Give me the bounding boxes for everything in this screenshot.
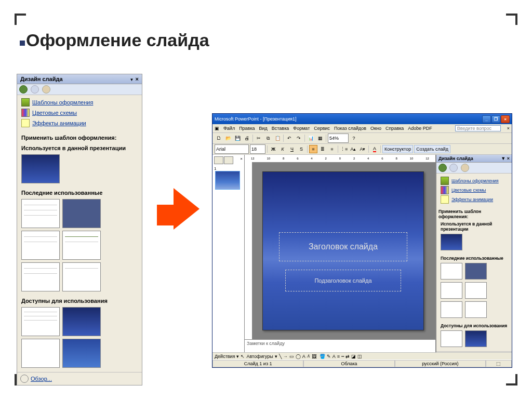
oval-icon[interactable]: ◯ [296, 354, 301, 359]
shadow-icon[interactable]: S [297, 145, 305, 153]
title-placeholder[interactable]: Заголовок слайда [279, 232, 407, 262]
template-thumb[interactable] [62, 307, 101, 336]
menu-adobe[interactable]: Adobe PDF [408, 126, 432, 131]
minimize-button[interactable]: _ [482, 115, 491, 123]
template-thumb[interactable] [441, 330, 462, 347]
line-style-icon[interactable]: ≡ [337, 354, 340, 359]
arrow-icon[interactable]: → [283, 354, 288, 359]
template-thumb[interactable] [441, 263, 462, 280]
zoom-combo[interactable] [328, 134, 349, 143]
right-taskpane-header[interactable]: Дизайн слайда ▼ × [436, 155, 512, 163]
menu-edit[interactable]: Правка [239, 126, 255, 131]
chart-icon[interactable]: 📊 [307, 134, 315, 142]
link-color-schemes[interactable]: Цветовые схемы [21, 109, 138, 117]
template-thumb-current[interactable] [21, 154, 60, 183]
autoshapes-menu[interactable]: Автофигуры [246, 354, 273, 359]
menu-service[interactable]: Сервис [314, 126, 330, 131]
new-icon[interactable]: 🗋 [215, 134, 223, 142]
template-thumb[interactable] [21, 339, 60, 368]
close-button[interactable]: × [501, 115, 510, 123]
browse-link[interactable]: Обзор... [17, 372, 142, 385]
fontsize-combo[interactable] [250, 144, 265, 154]
template-thumb[interactable] [62, 231, 101, 260]
link-design-templates[interactable]: Шаблоны оформления [441, 177, 508, 185]
font-combo[interactable] [215, 144, 249, 154]
shadow-icon[interactable]: ◪ [351, 354, 356, 359]
doc-close-button[interactable]: × [507, 126, 510, 131]
template-thumb[interactable] [465, 330, 487, 347]
fill-color-icon[interactable]: 🪣 [320, 354, 325, 359]
menu-slideshow[interactable]: Показ слайдов [334, 126, 366, 131]
subtitle-placeholder[interactable]: Подзаголовок слайда [285, 270, 401, 291]
maximize-button[interactable]: ❐ [491, 115, 500, 123]
outline-close-icon[interactable]: × [240, 156, 243, 164]
nav-home-icon[interactable] [461, 164, 469, 172]
template-thumb[interactable] [441, 234, 462, 250]
link-animation-effects[interactable]: Эффекты анимации [441, 195, 508, 204]
nav-forward-icon[interactable] [31, 85, 39, 94]
horizontal-ruler[interactable]: 12108642024681012 [245, 155, 435, 163]
align-right-icon[interactable]: ≡ [328, 145, 336, 153]
window-titlebar[interactable]: Microsoft PowerPoint - [Презентация1] _ … [212, 114, 512, 124]
template-thumb[interactable] [465, 282, 487, 299]
open-icon[interactable]: 📂 [224, 134, 232, 142]
line-color-icon[interactable]: ✎ [327, 354, 331, 359]
font-color-icon[interactable]: A [332, 354, 336, 359]
menu-file[interactable]: Файл [223, 126, 235, 131]
copy-icon[interactable]: ⧉ [264, 134, 272, 142]
rectangle-icon[interactable]: ▭ [289, 354, 294, 359]
cut-icon[interactable]: ✂ [255, 134, 263, 142]
dash-style-icon[interactable]: ┅ [341, 354, 344, 359]
slide-canvas[interactable]: Заголовок слайда Подзаголовок слайда [262, 171, 424, 330]
paste-icon[interactable]: 📋 [273, 134, 282, 142]
link-animation-effects[interactable]: Эффекты анимации [21, 119, 138, 127]
underline-icon[interactable]: Ч [288, 145, 296, 153]
3d-icon[interactable]: ◫ [357, 354, 362, 359]
clipart-icon[interactable]: 🖼 [312, 354, 316, 359]
increase-font-icon[interactable]: A▴ [349, 145, 357, 153]
align-center-icon[interactable]: ≣ [318, 145, 327, 153]
nav-forward-icon[interactable] [449, 164, 458, 172]
nav-home-icon[interactable] [42, 85, 50, 94]
menu-insert[interactable]: Вставка [272, 126, 289, 131]
bullets-icon[interactable]: ⋮≡ [340, 145, 348, 153]
draw-actions-menu[interactable]: Действия [215, 354, 235, 359]
link-design-templates[interactable]: Шаблоны оформления [21, 98, 138, 107]
template-thumb[interactable] [465, 263, 487, 280]
decrease-font-icon[interactable]: A▾ [358, 145, 367, 153]
undo-icon[interactable]: ↶ [285, 134, 294, 142]
font-color-icon[interactable]: A [370, 145, 379, 153]
select-icon[interactable]: ↖ [241, 354, 245, 359]
template-thumb[interactable] [21, 262, 60, 291]
menu-help[interactable]: Справка [385, 126, 404, 131]
outline-pane[interactable]: × 1 [212, 155, 245, 352]
template-thumb[interactable] [62, 199, 101, 228]
template-thumb[interactable] [21, 231, 60, 260]
slides-tab-icon[interactable] [224, 156, 233, 164]
template-thumb[interactable] [441, 301, 462, 318]
constructor-button[interactable]: Конструктор [382, 145, 413, 153]
outline-tab-icon[interactable] [214, 156, 223, 164]
link-color-schemes[interactable]: Цветовые схемы [441, 186, 508, 194]
taskpane-dropdown-icon[interactable]: ▼ [130, 77, 134, 82]
menu-window[interactable]: Окно [370, 126, 381, 131]
template-thumb[interactable] [62, 339, 101, 368]
redo-icon[interactable]: ↷ [295, 134, 303, 142]
nav-back-icon[interactable] [438, 164, 447, 172]
bold-icon[interactable]: Ж [269, 145, 277, 153]
arrow-style-icon[interactable]: ⇄ [345, 354, 350, 359]
help-icon[interactable]: ? [350, 134, 358, 142]
italic-icon[interactable]: К [278, 145, 287, 153]
template-thumb[interactable] [465, 301, 487, 318]
vertical-ruler[interactable] [245, 162, 252, 342]
right-browse-link[interactable]: Обзор... [436, 351, 512, 352]
textbox-icon[interactable]: A [302, 354, 305, 359]
app-icon[interactable]: ▣ [215, 126, 219, 131]
wordart-icon[interactable]: 𝐴 [307, 353, 310, 359]
ask-question-box[interactable]: Введите вопрос [455, 125, 501, 131]
nav-back-icon[interactable] [19, 85, 28, 94]
menu-view[interactable]: Вид [259, 126, 268, 131]
new-slide-button[interactable]: Создать слайд [414, 145, 450, 153]
align-left-icon[interactable]: ≡ [309, 145, 317, 153]
table-icon[interactable]: ▦ [316, 134, 324, 142]
